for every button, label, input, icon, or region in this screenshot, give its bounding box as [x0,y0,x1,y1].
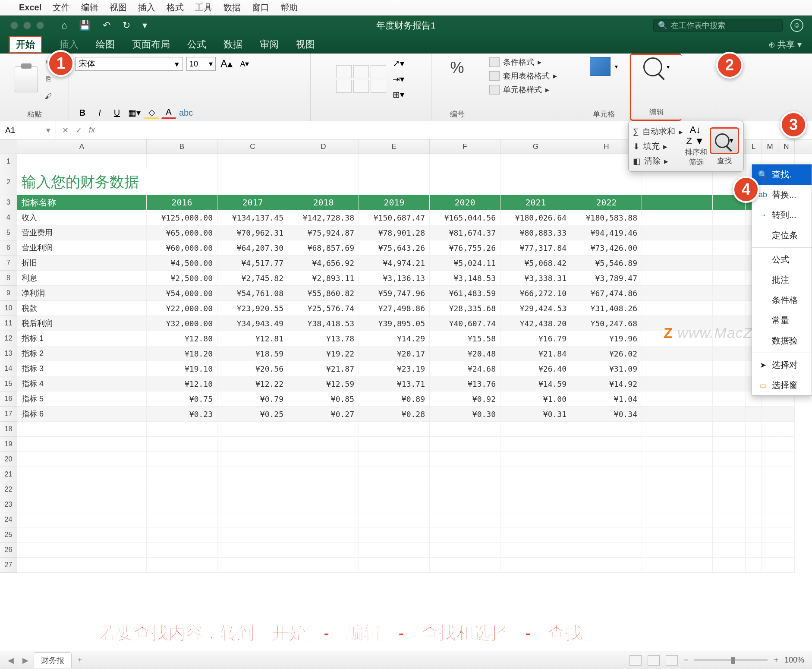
cell[interactable]: 净利润 [17,286,147,301]
cell[interactable] [746,512,762,527]
cell[interactable]: ¥13.78 [288,331,359,346]
cell[interactable] [642,437,713,452]
cell[interactable]: ¥31.09 [571,361,642,376]
menu-tools[interactable]: 工具 [195,2,212,13]
cell[interactable]: 收入 [17,210,147,225]
cell[interactable]: ¥73,426.00 [571,240,642,256]
row-header[interactable]: 19 [0,437,17,452]
cell[interactable] [729,558,746,573]
cell[interactable] [359,497,430,512]
row-header[interactable]: 21 [0,467,17,482]
cell[interactable] [762,452,778,467]
cell[interactable]: ¥2,893.11 [288,271,359,286]
cell[interactable]: 指标 3 [17,361,147,376]
row-header[interactable]: 7 [0,256,17,271]
redo-icon[interactable]: ↻ [123,20,130,31]
cell[interactable] [762,422,778,437]
sheet-nav-prev[interactable]: ▶ [19,656,32,665]
cell[interactable] [288,452,359,467]
cell[interactable] [359,482,430,497]
menu-item-formulas[interactable]: 公式 [752,249,812,270]
cell[interactable]: ¥77,317.84 [500,240,571,256]
col-header-C[interactable]: C [217,139,288,154]
row-header[interactable]: 20 [0,452,17,467]
cell[interactable] [288,512,359,527]
cell[interactable]: ¥1.04 [571,391,642,407]
cell[interactable]: ¥12.59 [288,376,359,391]
row-header[interactable]: 3 [0,195,17,210]
row-header[interactable]: 12 [0,331,17,346]
menu-help[interactable]: 帮助 [280,2,298,13]
row-header[interactable]: 10 [0,301,17,316]
menu-window[interactable]: 窗口 [252,2,269,13]
cell[interactable]: ¥3,148.53 [430,271,500,286]
cell[interactable] [147,452,217,467]
cell[interactable] [571,482,642,497]
cell[interactable]: ¥180,026.64 [500,210,571,225]
cell[interactable]: ¥4,517.77 [217,256,288,271]
orientation-button[interactable]: ⤢▾ [391,57,406,70]
cell[interactable]: ¥34,943.49 [217,316,288,331]
cell[interactable]: 营业利润 [17,240,147,256]
cell[interactable] [729,376,746,391]
cell[interactable] [746,482,762,497]
cell[interactable] [729,452,746,467]
row-header[interactable]: 5 [0,225,17,240]
cell[interactable]: ¥21.87 [288,361,359,376]
cell[interactable]: ¥3,338.31 [500,271,571,286]
cell[interactable] [430,497,500,512]
cell[interactable]: ¥0.23 [147,407,217,422]
cell[interactable]: 2016 [147,195,217,210]
cell[interactable] [571,169,642,195]
zoom-in-button[interactable]: + [774,656,778,665]
cell[interactable]: 营业费用 [17,225,147,240]
cell[interactable] [713,558,729,573]
cell[interactable] [778,497,795,512]
cell[interactable]: ¥40,607.74 [430,316,500,331]
menu-item-goto-special[interactable]: 定位条 [752,225,812,246]
cell[interactable] [778,407,795,422]
cell[interactable]: ¥165,044.56 [430,210,500,225]
cell[interactable] [729,225,746,240]
italic-button[interactable]: I [92,106,107,119]
cell[interactable]: ¥76,755.26 [430,240,500,256]
cell[interactable] [359,169,430,195]
cell[interactable]: ¥39,895.05 [359,316,430,331]
menu-item-goto[interactable]: →转到... [752,205,812,225]
cell[interactable] [642,256,713,271]
row-header[interactable]: 15 [0,376,17,391]
cell[interactable] [713,271,729,286]
cell[interactable]: 2019 [359,195,430,210]
cell[interactable]: 指标 1 [17,331,147,346]
cell[interactable] [762,437,778,452]
cell[interactable] [217,482,288,497]
cell[interactable] [571,497,642,512]
cell[interactable]: ¥0.28 [359,407,430,422]
cell[interactable] [217,169,288,195]
row-header[interactable]: 22 [0,482,17,497]
paste-icon[interactable] [15,66,38,92]
cell[interactable]: 2022 [571,195,642,210]
cell[interactable] [778,482,795,497]
cell[interactable]: ¥14.92 [571,376,642,391]
cell[interactable] [500,543,571,558]
cell[interactable] [713,422,729,437]
cell[interactable] [713,482,729,497]
cell[interactable]: ¥14.59 [500,376,571,391]
cell[interactable] [713,361,729,376]
cell[interactable] [288,422,359,437]
page-layout-view-icon[interactable] [648,655,660,666]
cell[interactable]: ¥0.89 [359,391,430,407]
cell[interactable] [500,467,571,482]
menu-item-constants[interactable]: 常量 [752,310,812,331]
menu-edit[interactable]: 编辑 [81,2,98,13]
cell[interactable] [288,497,359,512]
cell[interactable]: ¥75,924.87 [288,225,359,240]
cell[interactable]: ¥20.56 [217,361,288,376]
cell[interactable] [500,558,571,573]
tab-formulas[interactable]: 公式 [187,38,206,51]
cell[interactable] [713,195,729,210]
cell[interactable] [762,497,778,512]
row-header[interactable]: 23 [0,497,17,512]
cell[interactable]: ¥42,438.20 [500,316,571,331]
